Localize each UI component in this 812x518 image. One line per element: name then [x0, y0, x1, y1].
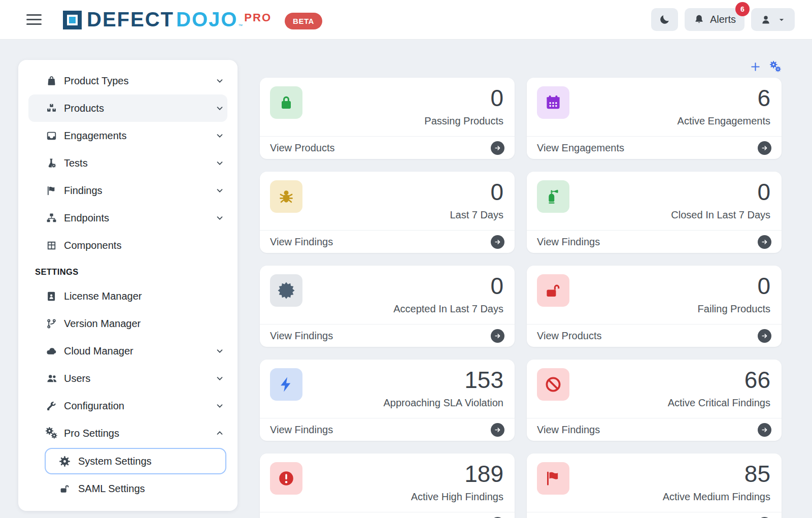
- arrow-right-icon[interactable]: [491, 329, 504, 343]
- sidebar-item-label: Endpoints: [64, 212, 109, 224]
- metric-value: 85: [663, 462, 770, 486]
- sidebar: Product Types Products Engagements Tests: [18, 60, 238, 511]
- card-action-link[interactable]: View Findings: [527, 512, 782, 518]
- sidebar-item-label: SAML Settings: [78, 483, 145, 495]
- sidebar-item-label: Users: [64, 373, 90, 384]
- calendar-icon: [537, 86, 569, 119]
- metric-label: Active Engagements: [678, 115, 770, 127]
- card-action-label[interactable]: View Findings: [270, 330, 333, 342]
- menu-toggle-button[interactable]: [26, 12, 42, 28]
- brand-defect: DEFECT: [87, 10, 174, 29]
- sidebar-item-endpoints[interactable]: Endpoints: [18, 204, 238, 232]
- gears-icon: [46, 427, 58, 439]
- chevron-down-icon: [215, 213, 224, 222]
- sidebar-item-products[interactable]: Products: [28, 94, 227, 122]
- sidebar-item-label: Components: [64, 240, 121, 251]
- card-action-label[interactable]: View Findings: [537, 236, 600, 248]
- arrow-right-icon[interactable]: [758, 329, 771, 343]
- table-grid-icon: [46, 240, 58, 251]
- sidebar-item-engagements[interactable]: Engagements: [18, 122, 238, 149]
- card-action-label[interactable]: View Engagements: [537, 142, 624, 154]
- card-action-link[interactable]: View Products: [260, 136, 515, 159]
- sidebar-item-configuration[interactable]: Configuration: [18, 392, 238, 419]
- card-action-link[interactable]: View Findings: [260, 418, 515, 441]
- sidebar-item-pro-settings[interactable]: Pro Settings: [18, 419, 238, 447]
- users-icon: [46, 372, 58, 384]
- sidebar-item-tests[interactable]: Tests: [18, 149, 238, 177]
- arrow-right-icon[interactable]: [758, 423, 771, 437]
- sidebar-item-label: Tests: [64, 157, 88, 169]
- fire-extinguisher-icon: [537, 180, 569, 213]
- sidebar-item-findings[interactable]: Findings: [18, 177, 238, 204]
- card-action-link[interactable]: View Findings: [260, 324, 515, 347]
- brand-mark-icon: [63, 11, 82, 29]
- sidebar-item-system-settings[interactable]: System Settings: [45, 448, 226, 474]
- flag-icon: [537, 462, 569, 495]
- card-action-label[interactable]: View Products: [270, 142, 334, 154]
- user-menu-button[interactable]: [751, 8, 795, 31]
- defectdojo-logo[interactable]: DEFECT DOJO ™ PRO: [63, 10, 272, 29]
- alerts-label: Alerts: [710, 14, 736, 25]
- caret-down-icon: [777, 15, 786, 24]
- plus-icon[interactable]: [750, 61, 761, 73]
- git-branch-icon: [46, 318, 58, 330]
- metric-value: 0: [393, 274, 503, 298]
- sidebar-item-cloud-manager[interactable]: Cloud Manager: [18, 337, 238, 365]
- arrow-right-icon[interactable]: [758, 235, 771, 249]
- arrow-right-icon[interactable]: [491, 423, 504, 437]
- sidebar-item-label: Version Manager: [64, 318, 141, 330]
- sidebar-item-product-types[interactable]: Product Types: [18, 67, 238, 94]
- metric-value: 189: [411, 462, 503, 486]
- metric-value: 0: [698, 274, 770, 298]
- seal-icon: [270, 274, 302, 307]
- shopping-bag-icon: [46, 75, 58, 87]
- card-action-link[interactable]: View Engagements: [527, 136, 782, 159]
- sidebar-item-users[interactable]: Users: [18, 365, 238, 392]
- alerts-count-badge: 6: [735, 2, 750, 16]
- card-action-link[interactable]: View Findings: [527, 418, 782, 441]
- metric-card-active-high-findings: 189 Active High Findings View Findings: [260, 454, 515, 518]
- sidebar-item-label: License Manager: [64, 290, 142, 302]
- ban-icon: [537, 368, 569, 401]
- metric-card-last-7-days: 0 Last 7 Days View Findings: [260, 172, 515, 253]
- sidebar-item-label: Product Types: [64, 75, 128, 87]
- metric-value: 153: [384, 368, 503, 392]
- gears-icon[interactable]: [770, 61, 782, 73]
- metric-label: Last 7 Days: [450, 209, 503, 221]
- arrow-right-icon[interactable]: [758, 141, 771, 155]
- arrow-right-icon[interactable]: [491, 235, 504, 249]
- card-action-label[interactable]: View Findings: [270, 424, 333, 436]
- bell-icon: [693, 14, 705, 25]
- sitemap-icon: [46, 212, 58, 224]
- license-book-icon: [46, 290, 58, 302]
- flag-icon: [46, 185, 58, 197]
- card-action-link[interactable]: View Findings: [260, 512, 515, 518]
- card-action-label[interactable]: View Products: [537, 330, 601, 342]
- card-action-label[interactable]: View Findings: [270, 236, 333, 248]
- card-action-link[interactable]: View Findings: [260, 230, 515, 253]
- sidebar-item-saml-settings[interactable]: SAML Settings: [45, 475, 226, 502]
- sidebar-item-license-manager[interactable]: License Manager: [18, 282, 238, 310]
- brand-pro: PRO: [244, 11, 272, 24]
- sidebar-item-label: Pro Settings: [64, 428, 119, 439]
- arrow-right-icon[interactable]: [491, 141, 504, 155]
- wrench-icon: [46, 400, 58, 412]
- brand-trademark: ™: [238, 23, 243, 28]
- alerts-button[interactable]: Alerts 6: [685, 8, 745, 31]
- gear-icon: [59, 456, 72, 467]
- chevron-down-icon: [215, 401, 224, 410]
- chevron-down-icon: [215, 76, 224, 85]
- card-action-link[interactable]: View Findings: [527, 230, 782, 253]
- top-navbar: DEFECT DOJO ™ PRO BETA Alerts 6: [0, 0, 812, 40]
- metric-card-failing-products: 0 Failing Products View Products: [527, 266, 782, 347]
- dark-mode-button[interactable]: [651, 8, 678, 31]
- sidebar-item-components[interactable]: Components: [18, 232, 238, 259]
- card-action-label[interactable]: View Findings: [537, 424, 600, 436]
- sidebar-item-version-manager[interactable]: Version Manager: [18, 310, 238, 337]
- metric-label: Failing Products: [698, 303, 770, 315]
- card-action-link[interactable]: View Products: [527, 324, 782, 347]
- packages-icon: [46, 103, 58, 114]
- unlock-icon: [59, 483, 72, 495]
- metric-value: 0: [424, 86, 503, 110]
- metric-value: 0: [671, 180, 770, 204]
